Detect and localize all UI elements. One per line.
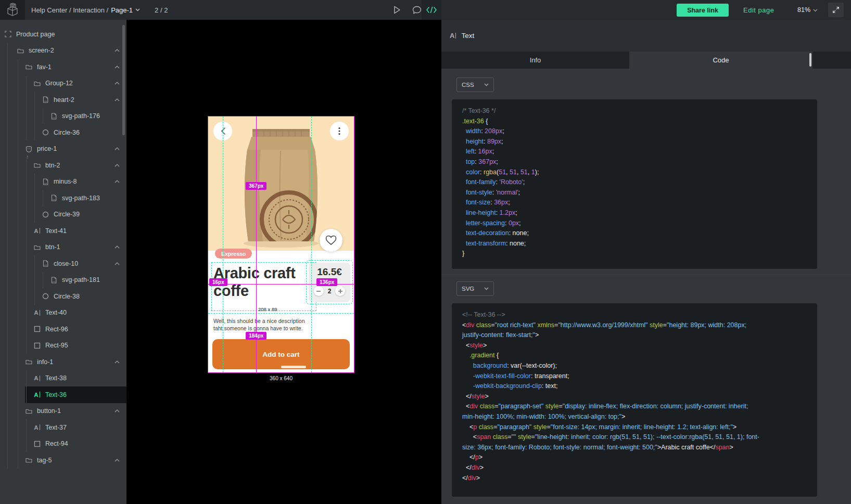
chevron-up-icon[interactable] <box>115 245 120 249</box>
add-to-cart-button[interactable]: Add to cart <box>212 339 350 369</box>
chevron-up-icon[interactable] <box>115 180 120 183</box>
tab-code[interactable]: Code <box>629 51 812 69</box>
css-language-select[interactable]: CSS <box>456 77 494 92</box>
tree-item-price-1[interactable]: price-1↑ <box>0 141 126 158</box>
svgfile-icon <box>42 96 49 104</box>
page-counter: 2 / 2 <box>155 6 168 14</box>
layer-label: Circle-36 <box>54 129 80 136</box>
tree-item-svg-path-183[interactable]: svg-path-183 <box>0 190 126 206</box>
panel-scrollbar[interactable] <box>809 53 811 67</box>
svg-language-select[interactable]: SVG <box>456 281 494 296</box>
tree-item-text-41[interactable]: AText-41 <box>0 223 126 239</box>
product-description[interactable]: Well, this should be a nice descriptiont… <box>213 317 305 332</box>
code-mode-button[interactable] <box>422 0 441 20</box>
breadcrumb[interactable]: Help Center / Interaction / Page-1 <box>31 6 140 14</box>
chevron-up-icon[interactable] <box>115 459 120 462</box>
edit-page-link[interactable]: Edit page <box>743 0 774 20</box>
layers-sidebar: Product pagescreen-2fav-1Group-12heart-2… <box>0 20 126 504</box>
tree-item-heart-2[interactable]: heart-2 <box>0 92 126 108</box>
layer-label: Text-36 <box>45 391 67 398</box>
product-page-frame[interactable]: Expresso Arabic craftcoffe 208 x 89 16.5… <box>208 117 354 372</box>
tree-item-text-37[interactable]: AText-37 <box>0 419 126 436</box>
layer-label: btn-1 <box>45 243 60 251</box>
tab-info[interactable]: Info <box>441 51 629 69</box>
chevron-up-icon[interactable] <box>115 66 120 69</box>
svgfile-icon <box>42 178 49 185</box>
vertical-guide-left <box>223 117 223 372</box>
chevron-up-icon[interactable] <box>115 98 120 101</box>
chevron-up-icon[interactable] <box>115 262 120 265</box>
tree-item-fav-1[interactable]: fav-1 <box>0 59 126 75</box>
more-options-button[interactable] <box>330 122 349 140</box>
mask-icon <box>25 145 32 152</box>
chevron-up-icon[interactable] <box>115 164 120 167</box>
code-line: font-size: 36px; <box>462 198 807 208</box>
css-code-block[interactable]: /* Text-36 */.text-36 { width: 208px; he… <box>452 99 817 269</box>
tree-item-group-12[interactable]: Group-12 <box>0 75 126 92</box>
product-title[interactable]: Arabic craftcoffe <box>213 264 317 300</box>
chevron-up-icon[interactable] <box>115 409 120 412</box>
sidebar-scrollbar[interactable] <box>122 25 125 135</box>
tree-item-product page[interactable]: Product page <box>0 26 126 43</box>
inspector-panel: A Text Info Code CSS /* Text-36 */.text-… <box>441 20 851 504</box>
chevron-down-icon <box>813 9 818 12</box>
tree-item-svg-path-176[interactable]: svg-path-176 <box>0 108 126 125</box>
code-icon <box>426 7 437 13</box>
svgfile-icon <box>50 112 57 120</box>
chevron-up-icon[interactable] <box>115 360 120 364</box>
app-logo[interactable] <box>0 0 25 20</box>
layer-tree: Product pagescreen-2fav-1Group-12heart-2… <box>0 20 126 504</box>
svg-code-block[interactable]: <!-- Text-36 --><div class="root rich-te… <box>452 303 817 497</box>
quantity-increase-button[interactable] <box>335 286 345 296</box>
zoom-level-value: 81% <box>797 6 810 14</box>
text-icon: A <box>33 374 41 382</box>
favorite-button[interactable] <box>320 229 342 252</box>
tree-item-tag-5[interactable]: tag-5 <box>0 452 126 469</box>
layer-label: Circle-38 <box>54 293 80 300</box>
tree-item-btn-1[interactable]: btn-1 <box>0 239 126 256</box>
text-icon: A <box>33 309 41 316</box>
layer-label: screen-2 <box>29 47 54 54</box>
tree-item-text-36[interactable]: AText-36 <box>0 386 126 403</box>
measurement-badge-left: 16px <box>209 278 227 286</box>
play-button[interactable] <box>387 0 407 20</box>
tree-item-circle-36[interactable]: Circle-36 <box>0 124 126 141</box>
tree-item-rect-95[interactable]: Rect-95 <box>0 338 126 354</box>
code-line: -webkit-background-clip: text; <box>462 381 807 392</box>
layer-label: fav-1 <box>37 63 52 71</box>
tree-item-svg-path-181[interactable]: svg-path-181 <box>0 272 126 289</box>
chevron-up-icon[interactable] <box>115 82 120 85</box>
plus-icon <box>338 289 342 293</box>
tree-item-circle-39[interactable]: Circle-39 <box>0 206 126 223</box>
folder-icon <box>25 407 32 415</box>
quantity-decrease-button[interactable] <box>314 286 324 296</box>
tree-item-close-10[interactable]: close-10 <box>0 255 126 272</box>
tree-item-button-1[interactable]: button-1 <box>0 403 126 420</box>
tree-item-info-1[interactable]: info-1 <box>0 354 126 370</box>
tree-item-btn-2[interactable]: btn-2 <box>0 157 126 174</box>
layer-label: Group-12 <box>45 80 73 87</box>
category-tag[interactable]: Expresso <box>215 249 252 259</box>
tree-item-rect-96[interactable]: Rect-96 <box>0 321 126 338</box>
code-line: </style> <box>462 392 807 402</box>
code-line: <div class="paragraph-set" style="displa… <box>462 402 807 412</box>
tree-item-circle-38[interactable]: Circle-38 <box>0 288 126 305</box>
code-line: size: 36px; font-family: Roboto; font-st… <box>462 443 807 453</box>
tree-item-text-40[interactable]: AText-40 <box>0 305 126 321</box>
frame-icon <box>4 31 11 38</box>
tree-item-rect-94[interactable]: Rect-94 <box>0 436 126 453</box>
share-link-button[interactable]: Share link <box>677 4 729 17</box>
zoom-level-dropdown[interactable]: 81% <box>797 0 818 20</box>
chevron-up-icon[interactable] <box>115 49 120 52</box>
rect-icon <box>33 440 41 447</box>
layer-label: minus-8 <box>54 178 77 185</box>
fullscreen-button[interactable] <box>828 3 844 17</box>
tree-item-text-38[interactable]: AText-38 <box>0 370 126 387</box>
code-line: </div> <box>462 473 807 484</box>
home-indicator <box>281 366 306 368</box>
circle-icon <box>42 129 49 136</box>
tree-item-screen-2[interactable]: screen-2 <box>0 43 126 59</box>
tree-item-minus-8[interactable]: minus-8 <box>0 174 126 190</box>
layer-label: Circle-39 <box>54 211 80 218</box>
chevron-up-icon[interactable] <box>115 147 120 150</box>
